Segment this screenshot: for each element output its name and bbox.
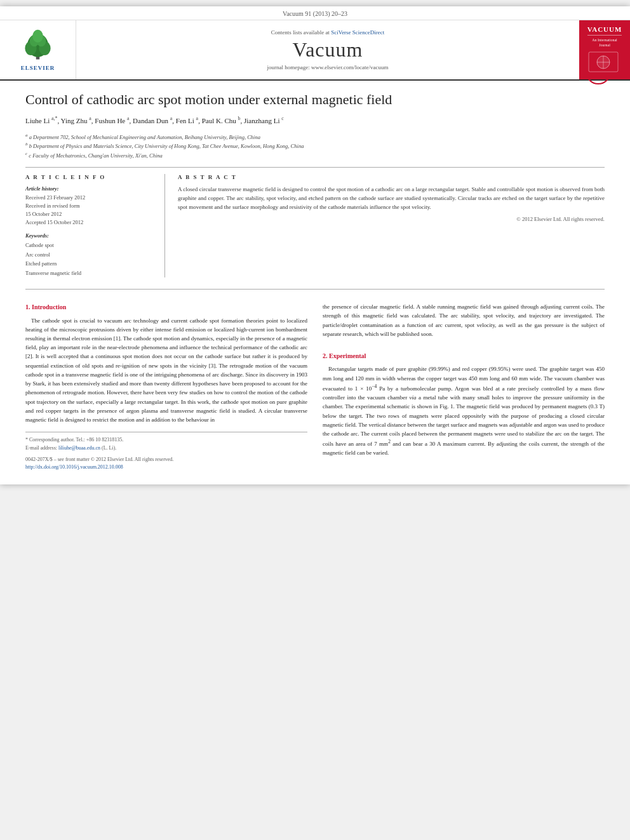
email-label: E-mail address: — [25, 445, 58, 451]
abstract-heading: A B S T R A C T — [178, 174, 605, 180]
svg-point-6 — [32, 30, 43, 43]
vacuum-logo-area: VACUUM An InternationalJournal — [579, 20, 630, 79]
history-label: Article history: — [25, 185, 154, 192]
right-col-text: the presence of circular magnetic field.… — [323, 302, 605, 338]
author-sep2: , Fushun He — [91, 117, 127, 124]
contents-line: Contents lists available at SciVerse Sci… — [271, 29, 385, 36]
article-info-abstract-section: A R T I C L E I N F O Article history: R… — [25, 174, 605, 277]
main-divider — [25, 167, 605, 168]
keywords-section: Keywords: Cathode spot Arc control Etche… — [25, 232, 154, 277]
author-sep1: , Ying Zhu — [58, 117, 90, 124]
author-sep3: , Dandan Dun — [130, 117, 170, 124]
exp-para-1: Rectangular targets made of pure graphit… — [323, 364, 605, 457]
introduction-title: 1. Introduction — [25, 302, 307, 312]
main-content: CrossMark Control of cathodic arc spot m… — [0, 81, 630, 484]
vacuum-badge: VACUUM An InternationalJournal — [587, 25, 622, 74]
abstract-text: A closed circular transverse magnetic fi… — [178, 185, 605, 212]
history-received: Received 23 February 2012 — [25, 194, 154, 202]
journal-name: Vacuum — [293, 38, 363, 62]
affil-a: a,* — [51, 116, 58, 121]
contents-text: Contents lists available at — [271, 29, 331, 36]
affiliations: a a Department 702, School of Mechanical… — [25, 132, 605, 160]
history-accepted: Accepted 15 October 2012 — [25, 218, 154, 227]
author-sep6: , Jianzhang Li — [240, 117, 281, 124]
journal-header-center: Contents lists available at SciVerse Sci… — [76, 20, 579, 79]
keyword-1: Cathode spot — [25, 241, 154, 250]
history-revised-label: Received in revised form — [25, 202, 154, 210]
sciverse-link[interactable]: SciVerse ScienceDirect — [331, 29, 384, 36]
article-info-column: A R T I C L E I N F O Article history: R… — [25, 174, 165, 277]
homepage-line: journal homepage: www.elsevier.com/locat… — [267, 64, 389, 70]
email-note: E-mail address: liliuhe@buaa.edu.cn (L. … — [25, 444, 307, 452]
body-left-column: 1. Introduction The cathode spot is cruc… — [25, 302, 307, 472]
article-history: Article history: Received 23 February 20… — [25, 185, 154, 226]
experimental-text: Rectangular targets made of pure graphit… — [323, 364, 605, 457]
issn-line: 0042-207X/$ – see front matter © 2012 El… — [25, 456, 307, 463]
corresponding-author-note: * Corresponding author. Tel.: +86 10 823… — [25, 436, 307, 444]
vacuum-badge-text: VACUUM — [587, 25, 622, 33]
elsevier-label: ELSEVIER — [21, 65, 55, 71]
email-suffix: (L. Li). — [102, 445, 116, 451]
body-section: 1. Introduction The cathode spot is cruc… — [25, 302, 605, 472]
email-link[interactable]: liliuhe@buaa.edu.cn — [58, 445, 100, 451]
page: Vacuum 91 (2013) 20–23 ELSEVIER — [0, 6, 630, 484]
body-right-column: the presence of circular magnetic field.… — [323, 302, 605, 472]
introduction-text: The cathode spot is crucial to vacuum ar… — [25, 316, 307, 425]
journal-citation: Vacuum 91 (2013) 20–23 — [283, 10, 347, 17]
vacuum-badge-sub: An InternationalJournal — [587, 37, 622, 48]
affil-b-text: b b Department of Physics and Materials … — [25, 141, 605, 150]
exp-number: 2. — [323, 352, 329, 359]
journal-info-bar: Vacuum 91 (2013) 20–23 — [0, 6, 630, 20]
journal-url[interactable]: www.elsevier.com/locate/vacuum — [311, 64, 388, 70]
author-sep5: , Paul K. Chu — [198, 117, 238, 124]
experimental-title: 2. Experimental — [323, 351, 605, 361]
author-sep4: , Fen Li — [172, 117, 196, 124]
article-info-heading: A R T I C L E I N F O — [25, 174, 154, 180]
doi-link[interactable]: http://dx.doi.org/10.1016/j.vacuum.2012.… — [25, 464, 123, 470]
homepage-text: journal homepage: — [267, 64, 311, 70]
article-title: Control of cathodic arc spot motion unde… — [25, 91, 605, 109]
authors: Liuhe Li a,*, Ying Zhu a, Fushun He a, D… — [25, 115, 605, 126]
intro-para-1: The cathode spot is crucial to vacuum ar… — [25, 316, 307, 425]
keyword-2: Arc control — [25, 250, 154, 259]
history-revised-date: 15 October 2012 — [25, 210, 154, 218]
vacuum-badge-graphic — [587, 51, 619, 73]
elsevier-logo: ELSEVIER — [20, 28, 55, 71]
body-divider — [25, 289, 605, 290]
elsevier-logo-area: ELSEVIER — [0, 20, 76, 79]
keywords-label: Keywords: — [25, 232, 154, 239]
abstract-copyright: © 2012 Elsevier Ltd. All rights reserved… — [178, 216, 605, 222]
abstract-column: A B S T R A C T A closed circular transv… — [178, 174, 605, 277]
journal-header: ELSEVIER Contents lists available at Sci… — [0, 20, 630, 81]
issn-text: 0042-207X/$ – see front matter © 2012 El… — [25, 457, 173, 462]
intro-number: 1. — [25, 303, 32, 310]
affil-c: c — [281, 116, 284, 121]
keyword-4: Transverse magnetic field — [25, 269, 154, 277]
footnote-area: * Corresponding author. Tel.: +86 10 823… — [25, 432, 307, 472]
intro-continued: the presence of circular magnetic field.… — [323, 302, 605, 338]
author-liuhe: Liuhe Li — [25, 117, 51, 124]
affil-a-text: a a Department 702, School of Mechanical… — [25, 132, 605, 142]
doi-line: http://dx.doi.org/10.1016/j.vacuum.2012.… — [25, 463, 307, 471]
exp-label: Experimental — [329, 352, 366, 359]
elsevier-tree-icon — [20, 28, 55, 63]
intro-label: Introduction — [32, 303, 66, 310]
affil-c-text: c c Faculty of Mechatronics, Chang'an Un… — [25, 150, 605, 160]
keyword-3: Etched pattern — [25, 259, 154, 268]
